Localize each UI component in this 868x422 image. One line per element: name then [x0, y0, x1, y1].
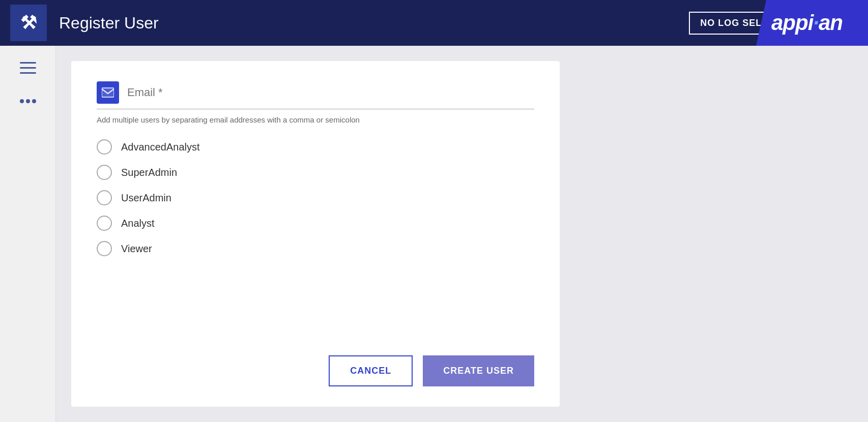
email-hint: Add multiple users by separating email a…	[97, 115, 534, 124]
register-user-form: Email * Add multiple users by separating…	[71, 61, 560, 407]
appian-logo-text: appi·an	[771, 11, 843, 35]
svg-rect-2	[20, 72, 36, 74]
email-field-row: Email *	[97, 81, 534, 109]
radio-label-viewer: Viewer	[121, 243, 152, 255]
radio-advanced-analyst[interactable]	[97, 139, 112, 155]
form-footer: CANCEL CREATE USER	[97, 345, 534, 386]
radio-item-advanced-analyst[interactable]: AdvancedAnalyst	[97, 139, 534, 155]
radio-analyst[interactable]	[97, 216, 112, 231]
svg-rect-1	[20, 67, 36, 69]
svg-rect-0	[20, 62, 36, 64]
radio-item-viewer[interactable]: Viewer	[97, 241, 534, 256]
sidebar-more-icon[interactable]	[20, 99, 36, 105]
page-title: Register User	[59, 14, 689, 33]
cancel-button[interactable]: CANCEL	[329, 355, 413, 386]
content-area: Email * Add multiple users by separating…	[56, 46, 868, 422]
svg-point-3	[20, 99, 24, 103]
appian-brand: appi·an	[756, 0, 868, 46]
svg-point-4	[26, 99, 30, 103]
app-header: ⚒ Register User NO LOG SELECTED ▼ appi·a…	[0, 0, 868, 46]
email-icon	[97, 81, 119, 104]
create-user-button[interactable]: CREATE USER	[423, 355, 534, 386]
radio-item-analyst[interactable]: Analyst	[97, 216, 534, 231]
main-layout: Email * Add multiple users by separating…	[0, 46, 868, 422]
app-logo: ⚒	[10, 5, 47, 41]
sidebar-list-icon[interactable]	[20, 61, 36, 78]
radio-viewer[interactable]	[97, 241, 112, 256]
hammer-icon: ⚒	[20, 12, 37, 34]
email-input[interactable]	[127, 86, 534, 99]
radio-super-admin[interactable]	[97, 165, 112, 180]
sidebar	[0, 46, 56, 422]
radio-label-advanced-analyst: AdvancedAnalyst	[121, 141, 200, 153]
radio-item-user-admin[interactable]: UserAdmin	[97, 190, 534, 205]
radio-label-super-admin: SuperAdmin	[121, 167, 177, 178]
role-radio-group: AdvancedAnalyst SuperAdmin UserAdmin Ana…	[97, 139, 534, 325]
radio-label-user-admin: UserAdmin	[121, 192, 171, 204]
radio-item-super-admin[interactable]: SuperAdmin	[97, 165, 534, 180]
svg-rect-6	[102, 88, 114, 97]
radio-user-admin[interactable]	[97, 190, 112, 205]
radio-label-analyst: Analyst	[121, 218, 155, 229]
svg-point-5	[32, 99, 36, 103]
